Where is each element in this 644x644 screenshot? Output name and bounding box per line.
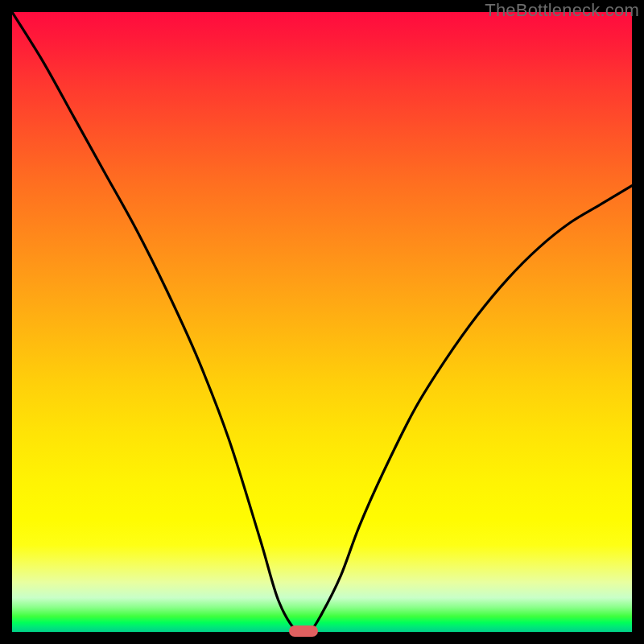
bottleneck-chart: TheBottleneck.com [0, 0, 644, 644]
plot-area [12, 12, 632, 632]
optimal-point-marker [289, 625, 318, 637]
watermark-text: TheBottleneck.com [485, 0, 639, 21]
bottleneck-curve-path [12, 12, 632, 632]
curve-svg [12, 12, 632, 632]
